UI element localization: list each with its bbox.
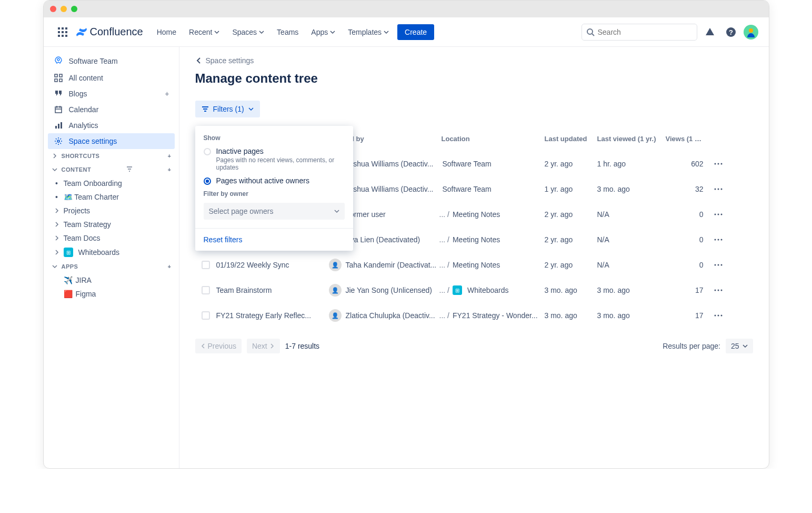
- row-location[interactable]: Software Team: [439, 185, 545, 193]
- row-checkbox[interactable]: [202, 311, 210, 320]
- row-more-actions[interactable]: [708, 260, 729, 270]
- row-last-updated: 3 mo. ago: [545, 311, 597, 320]
- sidebar-app-item[interactable]: 🟥Figma: [48, 287, 175, 301]
- add-app-icon[interactable]: +: [168, 263, 172, 270]
- nav-spaces[interactable]: Spaces: [228, 25, 268, 40]
- sidebar: Software Team All content Blogs+ Calenda…: [44, 47, 179, 468]
- maximize-window-button[interactable]: [71, 6, 77, 12]
- row-last-updated: 2 yr. ago: [545, 160, 597, 168]
- whiteboard-icon: ⊞: [453, 285, 462, 295]
- svg-point-43: [720, 315, 722, 317]
- sidebar-calendar[interactable]: Calendar: [48, 102, 175, 117]
- add-shortcut-icon[interactable]: +: [168, 153, 172, 159]
- filter-option-pages-without-owners[interactable]: Pages without active owners: [204, 176, 345, 185]
- svg-rect-5: [65, 31, 67, 33]
- sidebar-content-item[interactable]: •🗺️ Team Charter: [48, 190, 175, 204]
- svg-rect-3: [58, 31, 60, 33]
- sidebar-content-item[interactable]: ⊞Whiteboards: [48, 245, 175, 260]
- sidebar-content-item[interactable]: Team Strategy: [48, 218, 175, 231]
- nav-recent[interactable]: Recent: [185, 25, 224, 40]
- svg-point-34: [720, 239, 722, 241]
- row-location[interactable]: ... /FY21 Strategy - Wonder...: [439, 311, 545, 320]
- row-views: 17: [666, 286, 708, 294]
- row-more-actions[interactable]: [708, 285, 729, 295]
- row-location[interactable]: ... /⊞Whiteboards: [439, 285, 545, 295]
- sidebar-shortcuts-header[interactable]: SHORTCUTS +: [48, 149, 175, 163]
- row-title[interactable]: Team Brainstorm: [216, 286, 329, 294]
- svg-point-36: [717, 264, 719, 266]
- header-last-viewed[interactable]: Last viewed (1 yr.): [597, 135, 666, 143]
- filters-button[interactable]: Filters (1): [195, 101, 260, 117]
- svg-rect-15: [59, 74, 62, 77]
- next-button[interactable]: Next: [247, 339, 280, 353]
- add-blog-icon[interactable]: +: [165, 90, 169, 98]
- sidebar-all-content[interactable]: All content: [48, 70, 175, 86]
- row-location[interactable]: ... /Meeting Notes: [439, 210, 545, 219]
- row-views: 602: [666, 160, 708, 168]
- app-switcher-icon[interactable]: [54, 24, 71, 41]
- results-per-page-select[interactable]: 25: [726, 339, 753, 353]
- sidebar-content-item[interactable]: Team Docs: [48, 231, 175, 245]
- nav-home[interactable]: Home: [153, 25, 181, 40]
- sidebar-space-name[interactable]: Software Team: [48, 52, 175, 70]
- svg-point-28: [720, 189, 722, 190]
- close-window-button[interactable]: [50, 6, 56, 12]
- add-content-icon[interactable]: +: [168, 166, 172, 173]
- row-location[interactable]: Software Team: [439, 160, 545, 168]
- sidebar-content-item[interactable]: Projects: [48, 204, 175, 218]
- sidebar-apps-header[interactable]: APPS +: [48, 260, 175, 273]
- sidebar-analytics[interactable]: Analytics: [48, 117, 175, 133]
- chevron-right-icon: [53, 207, 61, 214]
- row-title[interactable]: 01/19/22 Weekly Sync: [216, 261, 329, 269]
- sidebar-content-item[interactable]: •Team Onboarding: [48, 176, 175, 190]
- analytics-icon: [53, 121, 64, 130]
- header-views[interactable]: Views (1 yr.): [666, 135, 708, 143]
- search-input[interactable]: [598, 28, 693, 36]
- nav-apps[interactable]: Apps: [307, 25, 339, 40]
- header-last-updated[interactable]: Last updated: [545, 135, 597, 143]
- row-checkbox[interactable]: [202, 286, 210, 294]
- row-title[interactable]: FY21 Strategy Early Reflec...: [216, 311, 329, 320]
- row-more-actions[interactable]: [708, 159, 729, 169]
- row-more-actions[interactable]: [708, 209, 729, 220]
- sidebar-app-item[interactable]: ✈️JIRA: [48, 273, 175, 287]
- breadcrumb-back[interactable]: Space settings: [195, 56, 753, 65]
- row-last-viewed: 3 mo. ago: [597, 311, 666, 320]
- chevron-right-icon: [269, 343, 275, 349]
- row-more-actions[interactable]: [708, 184, 729, 194]
- svg-rect-17: [59, 79, 62, 82]
- filter-option-inactive-pages[interactable]: Inactive pages Pages with no recent view…: [204, 147, 345, 171]
- sidebar-content-header[interactable]: CONTENT +: [48, 163, 175, 176]
- create-button[interactable]: Create: [397, 24, 434, 40]
- chevron-left-icon: [195, 57, 203, 64]
- help-icon[interactable]: ?: [723, 24, 739, 41]
- previous-button[interactable]: Previous: [195, 339, 242, 353]
- row-checkbox[interactable]: [202, 261, 210, 269]
- sidebar-space-settings[interactable]: Space settings: [48, 133, 175, 149]
- row-more-actions[interactable]: [708, 234, 729, 245]
- row-last-updated: 3 mo. ago: [545, 286, 597, 294]
- results-count: 1-7 results: [285, 342, 319, 350]
- row-last-updated: 2 yr. ago: [545, 261, 597, 269]
- sidebar-blogs[interactable]: Blogs+: [48, 86, 175, 102]
- row-location[interactable]: ... /Meeting Notes: [439, 261, 545, 269]
- nav-teams[interactable]: Teams: [273, 25, 303, 40]
- svg-point-13: [57, 58, 59, 61]
- svg-rect-21: [61, 122, 62, 129]
- minimize-window-button[interactable]: [61, 6, 67, 12]
- search-field[interactable]: [582, 24, 697, 41]
- filter-content-icon[interactable]: [126, 166, 133, 173]
- select-page-owners[interactable]: Select page owners: [204, 203, 345, 220]
- header-location[interactable]: Location: [439, 135, 545, 143]
- row-more-actions[interactable]: [708, 310, 729, 321]
- svg-rect-2: [65, 27, 67, 29]
- svg-point-35: [714, 264, 716, 266]
- reset-filters-link[interactable]: Reset filters: [204, 235, 243, 244]
- notifications-icon[interactable]: [701, 24, 718, 41]
- user-avatar[interactable]: [744, 25, 758, 40]
- confluence-logo[interactable]: Confluence: [75, 26, 143, 38]
- svg-point-30: [717, 214, 719, 215]
- nav-templates[interactable]: Templates: [344, 25, 393, 40]
- row-created-by: 👤Taha Kandemir (Deactivat...: [329, 259, 439, 271]
- row-location[interactable]: ... /Meeting Notes: [439, 235, 545, 244]
